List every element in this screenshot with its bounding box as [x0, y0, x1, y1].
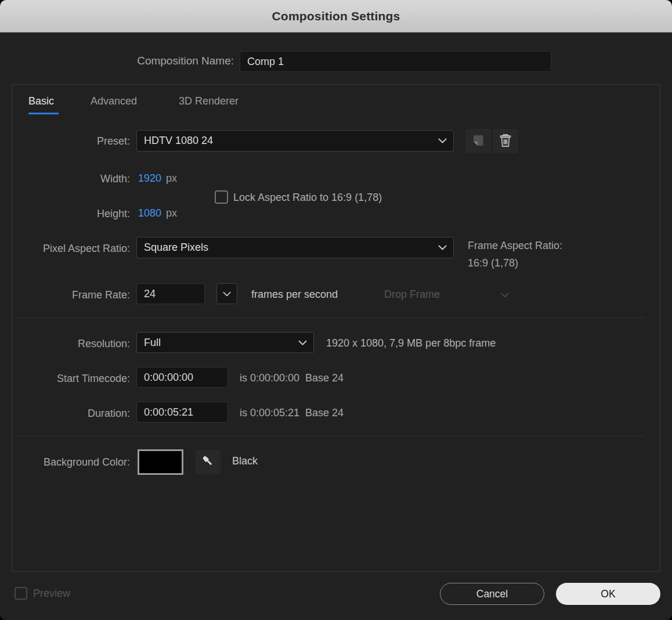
settings-panel [12, 84, 660, 572]
preview-label: Preview [33, 587, 70, 600]
frame-aspect-ratio-label: Frame Aspect Ratio: [468, 240, 562, 252]
chevron-down-icon [223, 290, 231, 298]
chevron-down-icon [438, 138, 453, 143]
start-timecode-label: Start Timecode: [12, 372, 130, 385]
save-preset-icon [471, 134, 485, 149]
eyedropper-icon [201, 454, 216, 471]
width-label: Width: [12, 172, 130, 185]
height-label: Height: [12, 207, 130, 220]
composition-name-label: Composition Name: [58, 55, 234, 67]
start-timecode-input[interactable] [136, 367, 228, 388]
height-value[interactable]: 1080 [138, 207, 161, 219]
tab-3d-renderer[interactable]: 3D Renderer [179, 95, 239, 107]
width-unit: px [166, 172, 177, 185]
section-divider [17, 435, 644, 436]
start-timecode-info: is 0:00:00:00 Base 24 [240, 372, 344, 384]
pixel-aspect-ratio-dropdown[interactable]: Square Pixels [136, 237, 454, 258]
resolution-value: Full [137, 337, 298, 349]
chevron-down-icon [298, 340, 313, 345]
dialog-titlebar[interactable]: Composition Settings [0, 0, 672, 33]
lock-aspect-label: Lock Aspect Ratio to 16:9 (1,78) [233, 192, 382, 204]
preview-checkbox [15, 587, 27, 600]
frame-aspect-ratio-value: 16:9 (1,78) [468, 257, 518, 269]
preset-label: Preset: [12, 135, 130, 147]
preset-dropdown[interactable]: HDTV 1080 24 [136, 130, 454, 152]
drop-frame-value: Drop Frame [384, 289, 440, 301]
active-tab-underline [28, 113, 59, 114]
tab-basic[interactable]: Basic [28, 95, 54, 107]
cancel-button[interactable]: Cancel [440, 583, 544, 605]
frame-rate-input[interactable] [136, 283, 205, 304]
chevron-down-icon [438, 245, 453, 250]
section-divider [17, 318, 644, 318]
dialog-surface: Composition Settings Composition Name: B… [0, 0, 672, 620]
composition-name-input[interactable] [240, 51, 551, 72]
frame-rate-dropdown-button[interactable] [216, 283, 237, 304]
save-preset-button[interactable] [465, 129, 491, 153]
delete-preset-button[interactable] [493, 129, 518, 153]
lock-aspect-checkbox[interactable] [215, 190, 228, 204]
frame-rate-label: Frame Rate: [12, 289, 130, 301]
chevron-down-icon [501, 290, 509, 300]
width-value[interactable]: 1920 [138, 172, 161, 185]
duration-input[interactable] [136, 402, 228, 423]
trash-icon [498, 133, 512, 150]
tab-advanced[interactable]: Advanced [91, 95, 137, 107]
eyedropper-button[interactable] [196, 450, 221, 474]
pixel-aspect-ratio-value: Square Pixels [137, 241, 438, 254]
preset-value: HDTV 1080 24 [137, 135, 438, 147]
frames-per-second-label: frames per second [251, 289, 338, 301]
background-color-name: Black [232, 455, 258, 467]
ok-button[interactable]: OK [556, 583, 660, 605]
drop-frame-dropdown: Drop Frame [384, 289, 509, 301]
duration-label: Duration: [12, 407, 130, 420]
resolution-dropdown[interactable]: Full [136, 332, 314, 353]
height-unit: px [166, 207, 177, 219]
pixel-aspect-ratio-label: Pixel Aspect Ratio: [12, 242, 130, 255]
resolution-info: 1920 x 1080, 7,9 MB per 8bpc frame [326, 337, 496, 349]
composition-settings-dialog: Composition Settings Composition Name: B… [0, 0, 672, 620]
background-color-swatch[interactable] [138, 449, 183, 475]
background-color-label: Background Color: [12, 456, 130, 468]
dialog-title: Composition Settings [272, 9, 400, 23]
resolution-label: Resolution: [12, 337, 130, 350]
duration-info: is 0:00:05:21 Base 24 [240, 407, 344, 419]
